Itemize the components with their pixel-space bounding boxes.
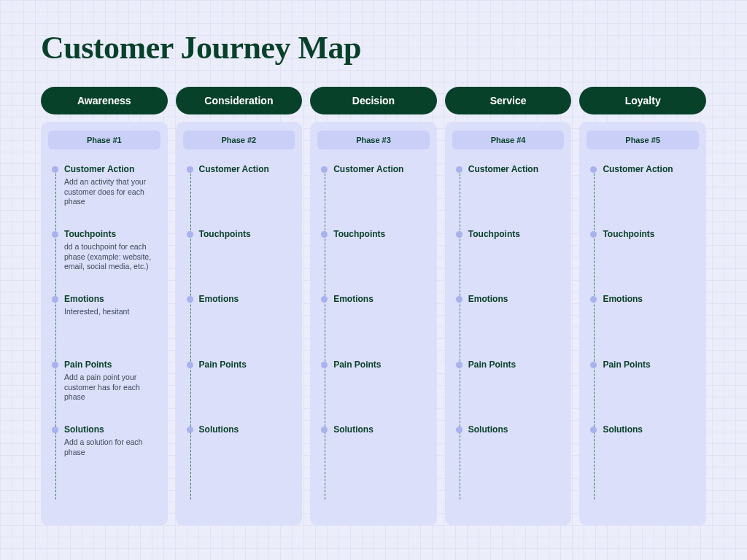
journey-item: Pain Points Add a pain point your custom… (64, 359, 160, 402)
journey-item: Pain Points (333, 359, 430, 373)
columns-row: Phase #1 Customer Action Add an activity… (41, 122, 706, 526)
timeline-track: Customer Action Touchpoints Emotions Pai… (187, 164, 295, 499)
dot-icon (321, 296, 328, 303)
item-heading: Touchpoints (64, 229, 160, 239)
item-heading: Touchpoints (333, 229, 430, 239)
dot-icon (187, 296, 193, 303)
dot-icon (590, 231, 597, 238)
dot-icon (321, 427, 328, 433)
dot-icon (321, 231, 328, 238)
dot-icon (456, 296, 462, 303)
phase-label: Phase #5 (587, 131, 699, 149)
item-description: Add a pain point your customer has for e… (64, 373, 160, 402)
journey-item: Solutions (333, 424, 430, 438)
dot-icon (187, 362, 193, 368)
journey-item: Pain Points (468, 359, 565, 373)
item-description: Add a solution for each phase (64, 438, 160, 457)
dot-icon (52, 231, 58, 238)
journey-item: Emotions Interested, hesitant (64, 294, 160, 317)
phase-column: Phase #3 Customer Action Touchpoints Emo… (310, 122, 437, 526)
dot-icon (456, 166, 462, 173)
stage-header: Decision (310, 87, 437, 114)
journey-item: Solutions (603, 424, 699, 438)
item-heading: Pain Points (199, 359, 295, 370)
dot-icon (187, 231, 193, 238)
item-heading: Solutions (603, 424, 699, 435)
item-description: Add an activity that your customer does … (64, 177, 160, 207)
dot-icon (456, 231, 462, 238)
phase-label: Phase #2 (183, 131, 295, 149)
journey-item: Customer Action (333, 164, 430, 177)
item-heading: Emotions (468, 294, 565, 304)
journey-item: Emotions (468, 294, 565, 307)
dot-icon (590, 362, 597, 368)
journey-item: Solutions Add a solution for each phase (64, 424, 160, 457)
journey-item: Pain Points (603, 359, 699, 373)
journey-item: Touchpoints (468, 229, 565, 242)
item-heading: Pain Points (333, 359, 430, 370)
dot-icon (590, 427, 597, 433)
journey-item: Pain Points (199, 359, 295, 373)
page-title: Customer Journey Map (41, 29, 706, 66)
stage-header: Awareness (41, 87, 168, 114)
dot-icon (52, 296, 58, 303)
item-heading: Emotions (603, 294, 699, 304)
phase-column: Phase #4 Customer Action Touchpoints Emo… (445, 122, 572, 526)
item-heading: Customer Action (468, 164, 565, 174)
dot-icon (187, 427, 193, 433)
dot-icon (456, 427, 462, 433)
dot-icon (321, 166, 328, 173)
dot-icon (590, 166, 597, 173)
item-heading: Emotions (64, 294, 160, 304)
phase-label: Phase #1 (48, 131, 160, 149)
item-heading: Customer Action (333, 164, 430, 174)
journey-item: Touchpoints (199, 229, 295, 242)
item-heading: Customer Action (64, 164, 160, 174)
item-description: Interested, hesitant (64, 307, 160, 317)
journey-item: Emotions (603, 294, 699, 307)
journey-item: Customer Action (603, 164, 699, 177)
journey-item: Customer Action (199, 164, 295, 177)
phase-label: Phase #4 (452, 131, 565, 149)
phase-column: Phase #2 Customer Action Touchpoints Emo… (176, 122, 303, 526)
phase-label: Phase #3 (317, 131, 430, 149)
dot-icon (52, 427, 58, 433)
item-heading: Solutions (199, 424, 295, 435)
dot-icon (456, 362, 462, 368)
timeline-track: Customer Action Touchpoints Emotions Pai… (322, 164, 430, 499)
item-heading: Solutions (468, 424, 565, 435)
journey-item: Touchpoints (603, 229, 699, 242)
timeline-track: Customer Action Touchpoints Emotions Pai… (457, 164, 565, 499)
item-heading: Touchpoints (199, 229, 295, 239)
journey-item: Touchpoints (333, 229, 430, 242)
journey-item: Emotions (333, 294, 430, 307)
item-heading: Touchpoints (603, 229, 699, 239)
dot-icon (590, 296, 597, 303)
item-heading: Emotions (333, 294, 430, 304)
item-description: dd a touchpoint for each phase (example:… (64, 242, 160, 272)
item-heading: Pain Points (64, 359, 160, 370)
item-heading: Emotions (199, 294, 295, 304)
item-heading: Solutions (64, 424, 160, 435)
stage-header: Loyalty (579, 87, 706, 114)
stage-headers-row: Awareness Consideration Decision Service… (41, 87, 706, 114)
item-heading: Solutions (333, 424, 430, 435)
phase-column: Phase #1 Customer Action Add an activity… (41, 122, 168, 526)
phase-column: Phase #5 Customer Action Touchpoints Emo… (579, 122, 706, 526)
item-heading: Touchpoints (468, 229, 565, 239)
stage-header: Service (445, 87, 572, 114)
stage-header: Consideration (176, 87, 303, 114)
dot-icon (187, 166, 193, 173)
journey-item: Solutions (199, 424, 295, 438)
item-heading: Pain Points (468, 359, 565, 370)
timeline-track: Customer Action Add an activity that you… (53, 164, 160, 499)
journey-item: Touchpoints dd a touchpoint for each pha… (64, 229, 160, 272)
journey-item: Emotions (199, 294, 295, 307)
journey-item: Customer Action Add an activity that you… (64, 164, 160, 207)
dot-icon (52, 166, 58, 173)
item-heading: Customer Action (199, 164, 295, 174)
journey-item: Customer Action (468, 164, 565, 177)
dot-icon (321, 362, 328, 368)
timeline-track: Customer Action Touchpoints Emotions Pai… (591, 164, 699, 499)
item-heading: Customer Action (603, 164, 699, 174)
